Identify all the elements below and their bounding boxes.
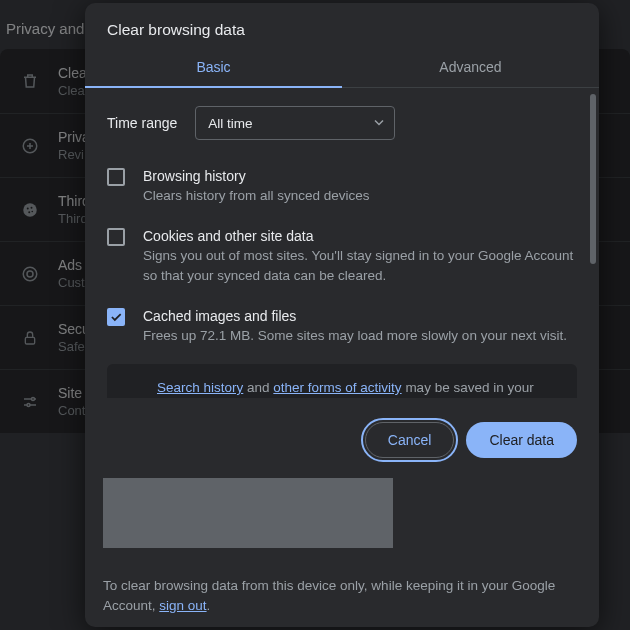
placeholder-block bbox=[103, 478, 393, 548]
time-range-row: Time range All time bbox=[107, 88, 577, 158]
dialog-tabs: Basic Advanced bbox=[85, 49, 599, 88]
option-description: Signs you out of most sites. You'll stay… bbox=[143, 246, 577, 286]
row-subtitle: Clea bbox=[58, 82, 87, 99]
svg-point-6 bbox=[23, 267, 37, 281]
other-activity-link[interactable]: other forms of activity bbox=[273, 380, 401, 395]
target-icon bbox=[20, 264, 40, 284]
scrollbar-thumb[interactable] bbox=[590, 94, 596, 264]
sign-out-link[interactable]: sign out bbox=[159, 598, 206, 613]
svg-point-4 bbox=[28, 211, 30, 213]
google-account-info-card: G Search history and other forms of acti… bbox=[107, 364, 577, 398]
svg-point-1 bbox=[23, 203, 37, 217]
svg-point-0 bbox=[23, 139, 37, 153]
svg-point-2 bbox=[27, 207, 29, 209]
svg-rect-8 bbox=[25, 337, 34, 344]
plus-circle-icon bbox=[20, 136, 40, 156]
option-title: Browsing history bbox=[143, 166, 370, 186]
dialog-title: Clear browsing data bbox=[85, 3, 599, 49]
option-title: Cookies and other site data bbox=[143, 226, 577, 246]
clear-browsing-data-dialog: Clear browsing data Basic Advanced Time … bbox=[85, 3, 599, 627]
time-range-label: Time range bbox=[107, 115, 177, 131]
checkbox-history[interactable] bbox=[107, 168, 125, 186]
svg-point-9 bbox=[32, 397, 35, 400]
svg-point-10 bbox=[27, 403, 30, 406]
option-cookies: Cookies and other site dataSigns you out… bbox=[107, 218, 577, 298]
option-history: Browsing historyClears history from all … bbox=[107, 158, 577, 218]
checkbox-cookies[interactable] bbox=[107, 228, 125, 246]
dialog-actions: Cancel Clear data bbox=[85, 398, 599, 468]
info-text: Search history and other forms of activi… bbox=[157, 378, 563, 398]
chevron-down-icon bbox=[374, 116, 384, 131]
dialog-content-scroll: Time range All time Browsing historyClea… bbox=[85, 88, 599, 398]
row-title: Clea bbox=[58, 64, 87, 82]
cancel-button[interactable]: Cancel bbox=[365, 422, 455, 458]
option-cache: Cached images and filesFrees up 72.1 MB.… bbox=[107, 298, 577, 358]
row-subtitle: Cust bbox=[58, 274, 85, 291]
lock-icon bbox=[20, 328, 40, 348]
svg-point-7 bbox=[27, 271, 33, 277]
tab-advanced[interactable]: Advanced bbox=[342, 49, 599, 87]
footer-note: To clear browsing data from this device … bbox=[85, 548, 599, 616]
cookie-icon bbox=[20, 200, 40, 220]
option-description: Frees up 72.1 MB. Some sites may load mo… bbox=[143, 326, 567, 346]
time-range-select[interactable]: All time bbox=[195, 106, 395, 140]
svg-point-5 bbox=[31, 210, 33, 212]
row-title: Ads bbox=[58, 256, 85, 274]
svg-point-3 bbox=[31, 206, 33, 208]
clear-data-button[interactable]: Clear data bbox=[466, 422, 577, 458]
tab-basic[interactable]: Basic bbox=[85, 49, 342, 87]
time-range-value: All time bbox=[208, 116, 252, 131]
option-title: Cached images and files bbox=[143, 306, 567, 326]
trash-icon bbox=[20, 71, 40, 91]
checkbox-cache[interactable] bbox=[107, 308, 125, 326]
google-icon: G bbox=[121, 394, 141, 398]
option-description: Clears history from all synced devices bbox=[143, 186, 370, 206]
sliders-icon bbox=[20, 392, 40, 412]
search-history-link[interactable]: Search history bbox=[157, 380, 243, 395]
